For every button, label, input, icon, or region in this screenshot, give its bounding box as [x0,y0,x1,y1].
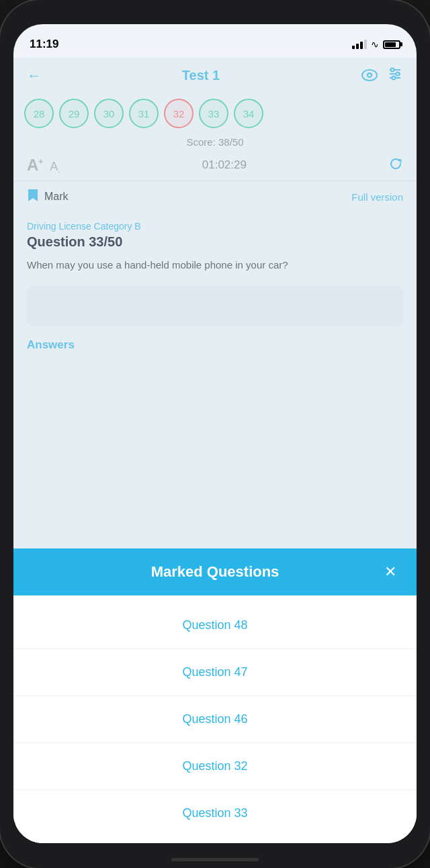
marked-question-48: Question 48 [182,618,247,632]
marked-question-46: Question 46 [182,712,247,726]
phone-screen: 11:19 ∿ ← Test 1 [13,24,417,843]
modal-close-button[interactable]: ✕ [380,563,400,581]
marked-questions-modal: Marked Questions ✕ Question 48 Question … [13,548,417,843]
status-time: 11:19 [30,38,58,51]
modal-header: Marked Questions ✕ [13,548,417,595]
modal-body: Question 48 Question 47 Question 46 Ques… [13,595,417,843]
main-content: ← Test 1 [13,58,417,843]
list-item[interactable]: Question 33 [13,790,417,836]
battery-icon [383,40,400,49]
phone-shell: 11:19 ∿ ← Test 1 [0,0,430,868]
marked-question-32: Question 32 [182,759,247,773]
wifi-icon: ∿ [371,39,379,50]
status-bar: 11:19 ∿ [13,24,417,58]
home-indicator [171,858,259,861]
notch [161,0,269,20]
list-item[interactable]: Question 47 [13,649,417,696]
modal-title: Marked Questions [50,563,380,581]
list-item[interactable]: Question 48 [13,602,417,649]
marked-question-33: Question 33 [182,806,247,820]
status-icons: ∿ [352,39,400,50]
list-item[interactable]: Question 46 [13,696,417,743]
list-item[interactable]: Question 32 [13,743,417,790]
signal-bars-icon [352,40,367,49]
marked-question-47: Question 47 [182,665,247,679]
